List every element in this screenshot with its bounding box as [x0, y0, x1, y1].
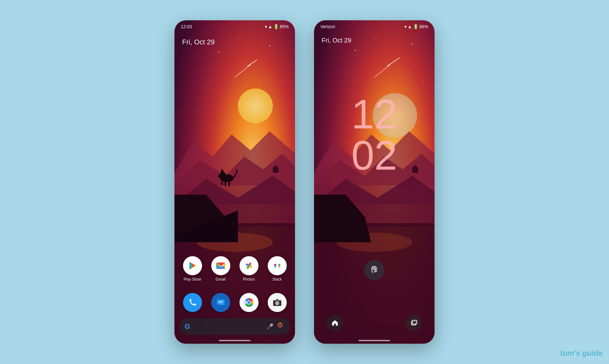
play-store-icon[interactable]	[183, 256, 202, 275]
app-grid: Play Store Gmail	[174, 251, 295, 287]
app-chrome[interactable]	[237, 293, 260, 312]
camera-icon[interactable]	[268, 293, 287, 312]
status-icons-lock: ▾ ▲ 🔋 86%	[404, 24, 428, 29]
app-messages[interactable]	[209, 293, 232, 312]
svg-rect-15	[273, 168, 278, 173]
svg-point-55	[278, 324, 279, 326]
svg-rect-44	[218, 302, 222, 303]
svg-point-52	[279, 323, 281, 324]
home-nav-button[interactable]	[327, 315, 343, 331]
signal-icon: ▲	[268, 24, 272, 29]
gmail-label: Gmail	[216, 277, 226, 282]
svg-rect-43	[218, 301, 223, 302]
svg-point-6	[200, 71, 200, 71]
battery-percent-lock: 86%	[419, 24, 428, 29]
slack-icon[interactable]	[268, 256, 287, 275]
svg-rect-25	[228, 181, 230, 186]
app-phone[interactable]	[181, 293, 204, 312]
battery-icon: 🔋	[273, 24, 279, 29]
svg-rect-38	[274, 265, 276, 268]
photos-label: Photos	[243, 277, 255, 282]
phone-home: 12:03 ▾ ▲ 🔋 85% Fri, Oct 29 Play Store	[174, 20, 295, 344]
clock-minute: 02	[314, 135, 435, 176]
svg-point-22	[218, 175, 222, 178]
svg-point-54	[279, 326, 281, 327]
wifi-icon: ▾	[265, 24, 267, 29]
wifi-icon-lock: ▾	[404, 24, 407, 29]
status-time: 12:03	[181, 24, 192, 29]
status-icons-home: ▾ ▲ 🔋 85%	[265, 24, 289, 29]
clock-hour: 12	[314, 94, 435, 135]
search-g-letter: G	[185, 322, 190, 331]
svg-rect-77	[412, 320, 417, 324]
lock-date: Fri, Oct 29	[314, 32, 435, 49]
app-play-store[interactable]: Play Store	[181, 256, 204, 282]
svg-rect-24	[225, 181, 226, 186]
search-mic-icon[interactable]: 🎤	[266, 323, 273, 330]
watermark: tom's guide	[560, 349, 603, 358]
clock-display: 12 02	[314, 49, 435, 176]
svg-point-53	[281, 324, 282, 326]
search-lens-icon[interactable]	[277, 322, 285, 331]
home-date: Fri, Oct 29	[174, 32, 295, 53]
battery-percent: 85%	[280, 24, 289, 29]
recents-nav-button[interactable]	[405, 315, 422, 331]
app-camera[interactable]	[265, 293, 289, 312]
slack-label: Slack	[272, 277, 282, 282]
svg-rect-40	[278, 265, 280, 268]
messages-icon[interactable]	[211, 293, 230, 312]
svg-rect-26	[221, 181, 223, 185]
status-bar-home: 12:03 ▾ ▲ 🔋 85%	[174, 20, 295, 32]
svg-point-50	[276, 302, 278, 304]
svg-point-7	[282, 80, 283, 81]
phone-lock: Verizon ▾ ▲ 🔋 86% Fri, Oct 29 12 02	[314, 20, 435, 344]
app-gmail[interactable]: Gmail	[209, 256, 232, 282]
svg-rect-41	[217, 299, 225, 305]
signal-icon-lock: ▲	[408, 24, 412, 29]
photos-icon[interactable]	[239, 256, 259, 275]
carrier-name: Verizon	[320, 24, 335, 29]
play-store-label: Play Store	[184, 277, 201, 282]
lock-bottom-nav	[314, 315, 435, 331]
fingerprint-button[interactable]	[364, 260, 384, 280]
chrome-icon[interactable]	[239, 293, 259, 312]
home-indicator-lock	[358, 340, 390, 341]
search-bar[interactable]: G 🎤	[180, 318, 290, 335]
home-indicator	[219, 340, 251, 341]
phone-icon[interactable]	[183, 293, 202, 312]
status-bar-lock: Verizon ▾ ▲ 🔋 86%	[314, 20, 435, 32]
dock-row	[174, 293, 295, 312]
app-slack[interactable]: Slack	[265, 256, 289, 282]
gmail-icon[interactable]	[211, 256, 230, 275]
app-photos[interactable]: Photos	[237, 256, 260, 282]
battery-icon-lock: 🔋	[413, 24, 418, 29]
svg-point-47	[248, 301, 250, 304]
svg-point-1	[238, 88, 273, 123]
